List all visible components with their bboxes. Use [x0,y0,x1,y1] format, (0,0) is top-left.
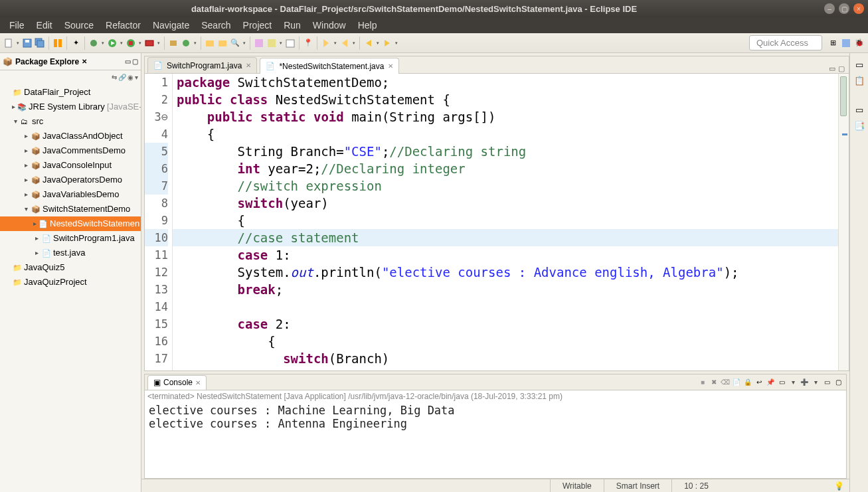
quick-access-input[interactable]: Quick Access [749,35,822,50]
minimize-view-icon[interactable]: ▭ [125,58,131,65]
lib-icon: 📚 [17,101,27,113]
tree-item[interactable]: 📁JavaQuizProject [0,275,141,289]
open-perspective-icon[interactable]: ⊞ [827,37,839,49]
tree-item[interactable]: 📁JavaQuiz5 [0,260,141,275]
annotation-icon[interactable] [266,37,278,49]
tree-item[interactable]: ▸📦JavaCommentsDemo [0,143,141,158]
back-icon[interactable] [363,37,375,49]
tree-item[interactable]: ▸📄test.java [0,246,141,260]
tree-item[interactable]: ▾📦SwitchStatementDemo [0,202,141,216]
tree-item[interactable]: ▸📦JavaConsoleInput [0,158,141,173]
console-output[interactable]: elective courses : Machine Learning, Big… [145,402,846,478]
minimize-editor-icon[interactable]: ▭ [829,64,835,73]
jfile-icon: 📄 [42,247,51,259]
calendar-icon[interactable] [284,37,296,49]
restore-icon[interactable]: ▭ [853,58,865,70]
menu-search[interactable]: Search [196,19,236,32]
pin-console-icon[interactable]: 📌 [765,377,776,388]
tree-item[interactable]: ▾🗂src [0,114,141,129]
console-tab[interactable]: ▣ Console ✕ [147,375,207,390]
max-console-icon[interactable]: ▢ [833,377,843,388]
word-wrap-icon[interactable]: ↩ [754,377,764,388]
debug-perspective-icon[interactable]: 🐞 [853,37,865,49]
package-explorer-icon: 📦 [3,57,13,66]
show-console-icon[interactable]: ▭ [776,377,787,388]
menu-navigate[interactable]: Navigate [147,19,195,32]
close-tab-icon[interactable]: ✕ [388,62,393,70]
outline-restore-icon[interactable]: ▭ [853,104,865,116]
proj-icon: 📁 [13,276,22,288]
minimize-button[interactable]: – [824,3,835,14]
svg-rect-0 [5,39,11,47]
editor-tab[interactable]: 📄SwitchProgram1.java✕ [147,57,257,73]
menu-window[interactable]: Window [307,19,351,32]
jfile-icon: 📄 [42,232,51,244]
clear-icon[interactable]: 📄 [731,377,742,388]
new-icon[interactable] [3,37,15,49]
tree-item[interactable]: ▸📦JavaClassAndObject [0,129,141,143]
wand-icon[interactable]: ✦ [70,37,82,49]
maximize-button[interactable]: ▢ [839,3,849,14]
task-icon[interactable] [253,37,265,49]
debug-icon[interactable] [88,37,100,49]
heap-status-icon[interactable]: 💡 [834,481,849,491]
right-trim-stack: ▭ 📋 ▭ 📑 [849,53,868,492]
tree-item[interactable]: ▸📦JavaOperatorsDemo [0,173,141,187]
tree-item[interactable]: ▸📄SwitchProgram1.java [0,231,141,246]
menu-run[interactable]: Run [278,19,306,32]
pin-icon[interactable]: 📍 [302,37,314,49]
view-menu-icon[interactable]: ▾ [135,74,138,81]
menu-refactor[interactable]: Refactor [100,19,146,32]
next-annot-icon[interactable] [320,37,332,49]
run-icon[interactable] [106,37,118,49]
remove-all-icon[interactable]: ⌫ [720,377,731,388]
maximize-view-icon[interactable]: ▢ [132,58,138,65]
menu-source[interactable]: Source [59,19,99,32]
java-perspective-icon[interactable] [840,37,852,49]
maximize-editor-icon[interactable]: ▢ [838,64,845,73]
folder-icon: 🗂 [21,116,30,127]
overview-ruler[interactable] [838,74,849,370]
menu-edit[interactable]: Edit [31,19,58,32]
menubar: FileEditSourceRefactorNavigateSearchProj… [0,17,868,33]
svg-rect-6 [58,39,62,47]
collapse-icon[interactable]: ⇆ [112,74,117,81]
menu-help[interactable]: Help [353,19,383,32]
search-icon[interactable]: 🔍 [229,37,241,49]
remove-icon[interactable]: ✖ [709,377,719,388]
code-editor[interactable]: 123⊖4567891011121314151617 package Switc… [145,74,849,370]
menu-project[interactable]: Project [238,19,278,32]
scroll-lock-icon[interactable]: 🔒 [742,377,753,388]
link-icon[interactable]: 🔗 [118,74,126,81]
task-list-icon[interactable]: 📋 [853,74,865,86]
project-tree[interactable]: 📁DataFlair_Project▸📚JRE System Library [… [0,84,141,492]
save-all-icon[interactable] [34,37,46,49]
external-run-icon[interactable] [143,37,155,49]
svg-point-14 [183,40,189,46]
outline-icon[interactable]: 📑 [853,120,865,131]
tree-item[interactable]: ▸📚JRE System Library [JavaSE- [0,100,141,114]
save-icon[interactable] [21,37,33,49]
console-icon: ▣ [153,378,161,387]
close-button[interactable]: × [853,3,864,14]
coverage-icon[interactable] [125,37,137,49]
new-package-icon[interactable] [167,37,179,49]
prev-annot-icon[interactable] [339,37,351,49]
menu-file[interactable]: File [4,19,30,32]
tree-item[interactable]: ▸📄NestedSwitchStatemen [0,216,141,231]
close-tab-icon[interactable]: ✕ [246,62,251,69]
terminate-icon[interactable]: ■ [697,377,708,388]
min-console-icon[interactable]: ▭ [822,377,832,388]
forward-icon[interactable] [381,37,393,49]
new-console-icon[interactable]: ➕ [799,377,810,388]
tree-item[interactable]: 📁DataFlair_Project [0,85,141,100]
open-type-icon[interactable] [204,37,216,49]
new-class-icon[interactable] [180,37,192,49]
open-task-icon[interactable] [217,37,228,49]
tree-item[interactable]: ▸📦JavaVariablesDemo [0,187,141,202]
tree-item-label: JavaOperatorsDemo [43,174,122,186]
focus-icon[interactable]: ◉ [128,74,133,81]
editor-tab[interactable]: 📄*NestedSwitchStatement.java✕ [260,58,399,74]
package-explorer-tab[interactable]: 📦 Package Explore ✕ ▭ ▢ [0,53,141,70]
toggle-icon[interactable] [52,37,64,49]
